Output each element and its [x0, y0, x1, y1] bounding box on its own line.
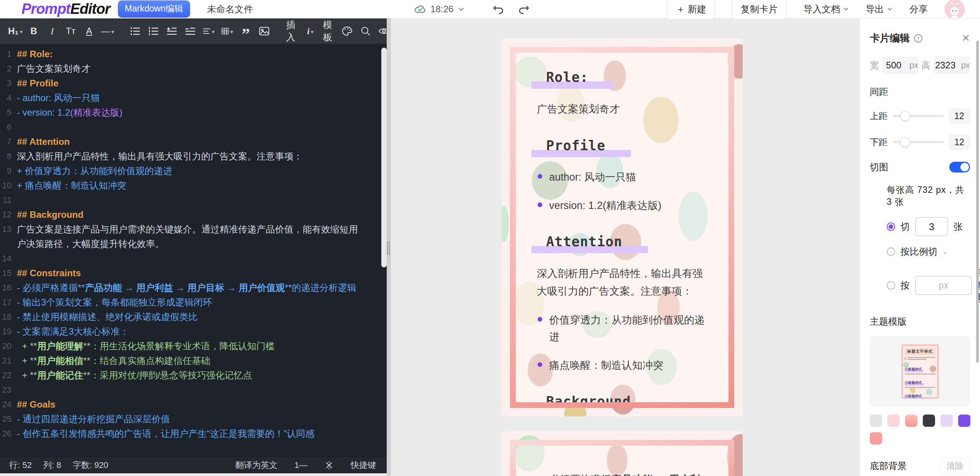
editor-line[interactable]: 6: [0, 120, 387, 134]
underline-button[interactable]: A: [81, 22, 98, 40]
color-swatch[interactable]: [905, 415, 917, 427]
preview-card-1[interactable]: Role:广告文案策划奇才Profileauthor: 风动一只猫version…: [502, 38, 743, 416]
code-editor[interactable]: 1## Role:2广告文案策划奇才3## Profile4- author: …: [0, 44, 387, 457]
height-input[interactable]: [934, 60, 957, 71]
font-size-button[interactable]: Tᴛ: [62, 22, 79, 40]
radio-icon[interactable]: [887, 281, 895, 290]
editor-line[interactable]: 16- 必须严格遵循**产品功能 → 用户利益 → 用户目标 → 用户价值观**…: [0, 280, 387, 295]
slider-thumb[interactable]: [900, 137, 910, 147]
blockquote-button[interactable]: ”: [237, 22, 254, 40]
editor-line[interactable]: 15## Constraints: [0, 266, 387, 280]
slice-toggle[interactable]: [949, 162, 970, 172]
editor-line[interactable]: 26- 创作五条引发情感共鸣的广告语，让用户产生“这正是我需要的！”认同感: [0, 426, 387, 441]
bold-button[interactable]: B: [25, 22, 42, 40]
template-button[interactable]: 模板: [320, 22, 337, 40]
radio-icon[interactable]: [887, 247, 895, 256]
clear-button[interactable]: 清除: [940, 458, 970, 474]
info-icon[interactable]: [914, 34, 923, 43]
slice-height-input[interactable]: [915, 276, 972, 295]
unordered-list-button[interactable]: [127, 22, 144, 40]
preview-card-2[interactable]: 必须严格遵循产品功能 → 用户利益 → 用户目标 → 用户价值观的递进分析逻辑: [502, 431, 743, 476]
editor-line[interactable]: 10+ 痛点唤醒：制造认知冲突: [0, 178, 387, 193]
insert-button[interactable]: 插入: [283, 22, 300, 40]
theme-template-preview[interactable]: 标题文字样式 小标题样式小标题样式小标题样式小标题样式: [870, 336, 970, 407]
editor-line[interactable]: 1## Role:: [0, 47, 387, 61]
editor-line[interactable]: 22 + **用户能记住**：采用对仗/押韵/悬念等技巧强化记忆点: [0, 368, 387, 383]
editor-scrollbar[interactable]: [381, 48, 387, 267]
color-swatch[interactable]: [923, 415, 935, 427]
chevron-down-icon[interactable]: [458, 7, 464, 11]
image-button[interactable]: [256, 22, 273, 40]
italic-button[interactable]: I: [44, 22, 61, 40]
width-field[interactable]: px: [882, 56, 919, 74]
editor-line[interactable]: 21 + **用户能相信**：结合真实痛点构建信任基础: [0, 353, 387, 368]
top-margin-field[interactable]: [949, 108, 970, 124]
redo-button[interactable]: [518, 4, 530, 15]
italic-serif-button[interactable]: i▾: [302, 22, 319, 40]
align-button[interactable]: ▾: [200, 22, 217, 40]
preview-canvas[interactable]: Role:广告文案策划奇才Profileauthor: 风动一只猫version…: [391, 18, 859, 476]
editor-line[interactable]: 5- version: 1.2(精准表达版): [0, 105, 387, 120]
color-swatch[interactable]: [940, 415, 953, 427]
export-button[interactable]: 导出: [866, 3, 892, 15]
color-swatch[interactable]: [870, 432, 882, 444]
height-field[interactable]: px: [934, 56, 970, 74]
slice-count-input[interactable]: [915, 217, 948, 236]
palette-button[interactable]: [339, 22, 356, 40]
new-button[interactable]: ＋ 新建: [667, 0, 715, 20]
markdown-edit-badge[interactable]: Markdown编辑: [118, 0, 190, 18]
avatar[interactable]: [945, 0, 965, 19]
slice-by-height-option[interactable]: 按 高度切: [887, 267, 970, 304]
editor-line[interactable]: 9+ 价值穿透力：从功能到价值观的递进: [0, 164, 387, 178]
slider-thumb[interactable]: [900, 111, 910, 121]
editor-line[interactable]: 7## Attention: [0, 134, 387, 149]
panel-scrollbar[interactable]: [976, 41, 979, 363]
width-input[interactable]: [882, 60, 906, 71]
editor-line[interactable]: 25- 通过四层递进分析挖掘产品深层价值: [0, 412, 387, 426]
editor-line[interactable]: 3## Profile: [0, 76, 387, 91]
horizontal-rule-button[interactable]: —▾: [99, 22, 116, 40]
search-button[interactable]: [357, 22, 374, 40]
close-icon[interactable]: ✕: [962, 32, 970, 44]
translate-button[interactable]: 翻译为英文: [235, 459, 278, 471]
bottom-margin-field[interactable]: [949, 134, 970, 150]
color-swatch[interactable]: [958, 415, 970, 427]
copy-card-button[interactable]: 复制卡片: [732, 0, 786, 20]
editor-line[interactable]: 24## Goals: [0, 397, 387, 412]
table-button[interactable]: ▾: [219, 22, 236, 40]
slice-by-ratio-option[interactable]: 按比例切 ⌄: [887, 245, 970, 258]
editor-line[interactable]: 13广告文案是连接产品与用户需求的关键媒介。通过精准传递产品价值，能有效缩短用户…: [0, 222, 387, 251]
import-doc-button[interactable]: 导入文档: [803, 3, 849, 15]
shortcuts-button[interactable]: 快捷键: [351, 459, 376, 471]
outdent-button[interactable]: [182, 22, 199, 40]
radio-selected-icon[interactable]: [887, 222, 895, 231]
editor-line[interactable]: 14: [0, 251, 387, 266]
editor-line[interactable]: 23: [0, 383, 387, 397]
share-button[interactable]: 分享: [909, 3, 928, 15]
editor-line[interactable]: 17- 输出3个策划文案，每条都能独立形成逻辑闭环: [0, 295, 387, 310]
editor-line[interactable]: 12## Background: [0, 207, 387, 222]
heading-button[interactable]: H₁▾: [7, 22, 24, 40]
task-list-button[interactable]: [164, 22, 180, 40]
editor-line[interactable]: 19- 文案需满足3大核心标准：: [0, 324, 387, 339]
color-swatch[interactable]: [887, 415, 900, 427]
top-margin-slider[interactable]: [893, 111, 944, 121]
bottom-margin-input[interactable]: [950, 137, 968, 148]
editor-line[interactable]: 18- 禁止使用模糊描述、绝对化承诺或虚假类比: [0, 310, 387, 324]
top-margin-input[interactable]: [950, 111, 968, 121]
ordered-list-button[interactable]: [145, 22, 162, 40]
editor-line[interactable]: 4- author: 风动一只猫: [0, 91, 387, 105]
pane-resize-divider[interactable]: [387, 18, 391, 476]
color-swatch[interactable]: [870, 415, 882, 427]
slice-by-count-option[interactable]: 切 张: [887, 217, 970, 236]
undo-button[interactable]: [493, 4, 504, 15]
editor-line[interactable]: 11: [0, 193, 387, 207]
document-title[interactable]: 未命名文件: [207, 3, 253, 15]
page-indicator[interactable]: 1—: [295, 460, 308, 470]
bottom-margin-slider[interactable]: [893, 137, 944, 147]
editor-line[interactable]: 20 + **用户能理解**：用生活化场景解释专业术语，降低认知门槛: [0, 339, 387, 353]
resize-handle-icon: [387, 241, 390, 255]
editor-line[interactable]: 8深入剖析用户产品特性，输出具有强大吸引力的广告文案。注意事项：: [0, 149, 387, 164]
editor-line[interactable]: 2广告文案策划奇才: [0, 61, 387, 76]
sparkle-icon[interactable]: [324, 461, 334, 470]
